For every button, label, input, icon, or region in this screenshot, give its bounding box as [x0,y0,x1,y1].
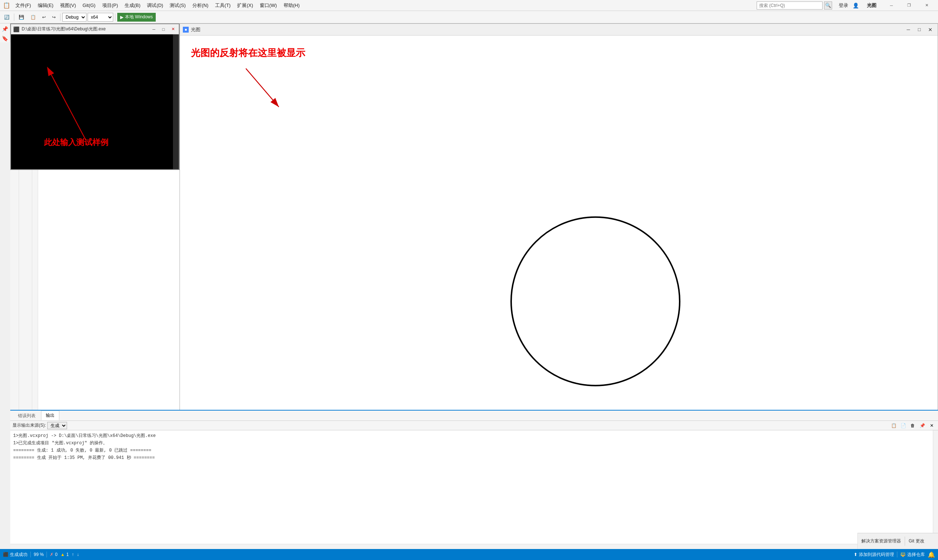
warning-count: 1 [66,552,69,557]
new-file-button[interactable]: 🔄 [2,12,12,22]
circle-diagram [504,198,687,405]
main-area: 📌 🔖 . ⊟ 31 32 [0,23,938,560]
tab-output[interactable]: 输出 [41,411,59,420]
bottom-right-tabs: 解决方案资源管理器 Git 更改 [857,533,938,549]
menu-file[interactable]: 文件(F) [12,1,34,10]
tab-solution-explorer[interactable]: 解决方案资源管理器 [858,537,905,546]
run-button[interactable]: ▶ 本地 Windows [117,13,156,22]
console-maximize-button[interactable]: □ [160,26,167,32]
console-scrollbar[interactable] [173,34,179,169]
build-icon: ⬛ [3,552,8,557]
minimize-button[interactable]: ─ [883,0,900,11]
lightmap-annotation-text: 光图的反射将在这里被显示 [191,46,305,59]
repo-icon: 🔱 [900,552,906,557]
menu-analyze[interactable]: 分析(N) [189,1,211,10]
output-action-5[interactable]: ✕ [928,422,936,429]
lightmap-close-button[interactable]: ✕ [926,25,935,34]
lightmap-minimize-button[interactable]: ─ [904,25,913,34]
menu-extensions[interactable]: 扩展(X) [234,1,256,10]
build-success-text: 生成成功 [10,552,28,558]
console-minimize-button[interactable]: ─ [150,26,157,32]
show-output-label: 显示输出来源(S): [12,422,46,429]
menu-test[interactable]: 测试(S) [167,1,188,10]
menu-project[interactable]: 项目(P) [99,1,121,10]
console-title-text: D:\桌面\日常练习\光图\x64\Debug\光图.exe [22,26,148,32]
menu-build[interactable]: 生成(B) [122,1,143,10]
build-success: ⬛ 生成成功 [3,552,28,558]
login-label[interactable]: 登录 [836,1,851,10]
menu-tools[interactable]: 工具(T) [212,1,234,10]
output-action-2[interactable]: 📄 [899,422,907,429]
error-icon: ✗ [50,552,54,557]
console-close-button[interactable]: ✕ [169,26,177,32]
login-icon: 👤 [853,3,859,8]
bottom-tabs: 错误列表 输出 [10,411,938,421]
status-sep-1 [31,552,31,557]
output-line-4: ======== 生成 开始于 1:35 PM, 并花费了 00.941 秒 =… [13,454,935,461]
status-sep-2 [46,552,47,557]
status-notification: 🔔 [928,551,935,558]
lightmap-annotation-arrow [180,35,473,145]
output-source-select[interactable]: 生成 [47,422,67,429]
menu-help[interactable]: 帮助(H) [281,1,303,10]
restore-button[interactable]: ❐ [901,0,918,11]
platform-select[interactable]: x64 [88,13,113,22]
menu-edit[interactable]: 编辑(E) [35,1,56,10]
menu-window[interactable]: 窗口(W) [257,1,280,10]
svg-point-4 [511,217,680,385]
add-to-source-control[interactable]: ⬆ 添加到源代码管理 [854,552,894,558]
undo-button[interactable]: ↩ [40,12,48,22]
bottom-scrollbar[interactable] [933,430,938,549]
app-title: 光图 [864,1,879,10]
global-search-input[interactable] [757,2,822,9]
menu-debug[interactable]: 调试(D) [144,1,166,10]
nav-arrow-up[interactable]: ↑ [72,552,74,557]
bottom-hscrollbar[interactable] [10,544,933,549]
error-indicator[interactable]: ✗ 0 [50,552,57,557]
error-count: 0 [55,552,57,557]
run-label: 本地 Windows [125,14,153,20]
console-window: ⬛ D:\桌面\日常练习\光图\x64\Debug\光图.exe ─ □ ✕ [10,23,180,170]
svg-line-3 [246,68,279,107]
close-button[interactable]: ✕ [918,0,935,11]
select-repo[interactable]: 🔱 选择仓库 [900,552,925,558]
status-bar: ⬛ 生成成功 99 % ✗ 0 ▲ 1 ↑ ↓ ⬆ 添加到源代码管理 🔱 选择仓… [0,549,938,560]
separator-3 [115,14,116,21]
gutter-icon-2[interactable]: 🔖 [1,34,9,43]
search-icon[interactable]: 🔍 [824,2,832,9]
output-action-1[interactable]: 📋 [890,422,898,429]
warning-indicator[interactable]: ▲ 1 [60,552,69,557]
console-body[interactable] [11,34,179,169]
lightmap-title: 光图 [191,26,902,33]
separator-2 [60,14,60,21]
tab-error-list[interactable]: 错误列表 [13,411,40,420]
app-icon: 📋 [3,2,10,9]
console-icon: ⬛ [13,26,19,32]
add-source-label: 添加到源代码管理 [859,552,894,558]
lightmap-maximize-button[interactable]: □ [915,25,924,34]
toolbar: 🔄 💾 📋 ↩ ↪ Debug x64 ▶ 本地 Windows [0,11,938,23]
menu-view[interactable]: 视图(V) [57,1,79,10]
lightmap-icon: ■ [183,27,189,32]
window-controls: ─ ❐ ✕ [883,0,935,11]
save-button[interactable]: 💾 [16,12,27,22]
menu-git[interactable]: Git(G) [80,2,98,9]
warning-icon: ▲ [60,552,65,557]
zoom-level: 99 % [34,552,44,557]
select-repo-label: 选择仓库 [907,552,925,558]
source-control-icon: ⬆ [854,552,857,557]
menu-bar: 📋 文件(F) 编辑(E) 视图(V) Git(G) 项目(P) 生成(B) 调… [0,0,938,11]
output-action-4[interactable]: 📌 [918,422,926,429]
output-action-3[interactable]: 🗑 [909,422,917,429]
bottom-panel: 错误列表 输出 显示输出来源(S): 生成 📋 📄 🗑 📌 ✕ 1>光图.vcx… [10,410,938,549]
gutter-icon-1[interactable]: 📌 [1,25,9,33]
save-all-button[interactable]: 📋 [28,12,39,22]
output-line-1: 1>光图.vcxproj -> D:\桌面\日常练习\光图\x64\Debug\… [13,432,935,439]
bottom-output-content: 1>光图.vcxproj -> D:\桌面\日常练习\光图\x64\Debug\… [10,430,938,549]
tab-git-changes[interactable]: Git 更改 [905,537,928,546]
nav-arrow-down[interactable]: ↓ [77,552,79,557]
redo-button[interactable]: ↪ [49,12,58,22]
debug-config-select[interactable]: Debug [62,13,86,22]
lightmap-titlebar: ■ 光图 ─ □ ✕ [180,24,938,35]
output-line-2: 1>已完成生成项目 "光图.vcxproj" 的操作。 [13,440,935,446]
